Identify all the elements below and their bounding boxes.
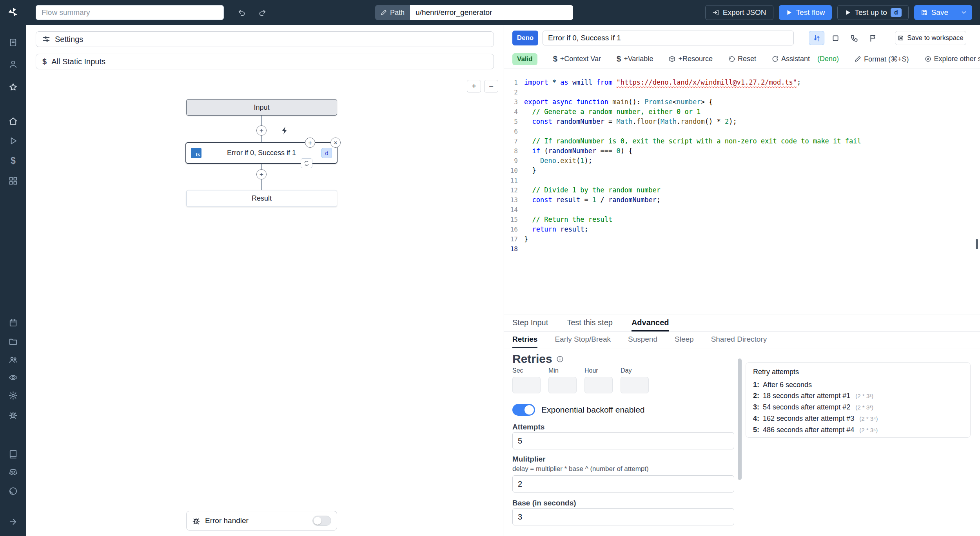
schedules-icon[interactable] xyxy=(8,317,18,328)
code-line[interactable]: 18 xyxy=(504,244,980,254)
attempts-input[interactable] xyxy=(512,432,734,449)
input-node[interactable]: Input xyxy=(186,99,337,116)
subtab-retries[interactable]: Retries xyxy=(512,332,537,348)
variables-icon[interactable]: $ xyxy=(8,156,18,166)
multiplier-input[interactable] xyxy=(512,475,734,493)
add-context-var-button[interactable]: $+Context Var xyxy=(553,54,601,63)
subtab-suspend[interactable]: Suspend xyxy=(628,332,657,348)
info-icon[interactable] xyxy=(556,355,564,363)
retry-sec-input[interactable] xyxy=(512,377,541,393)
webhook-button[interactable] xyxy=(846,31,862,45)
workers-icon[interactable] xyxy=(8,410,18,420)
explore-scripts-button[interactable]: Explore other s xyxy=(925,55,980,63)
redo-button[interactable] xyxy=(255,6,270,19)
zoom-in-button[interactable]: + xyxy=(467,80,481,92)
retry-day-input[interactable] xyxy=(621,377,649,393)
code-line[interactable]: 5 const randomNumber = Math.floor(Math.r… xyxy=(504,117,980,127)
code-line[interactable]: 11 xyxy=(504,176,980,185)
home-icon[interactable] xyxy=(8,116,18,126)
groups-icon[interactable] xyxy=(8,354,18,364)
multiplier-help: delay = multiplier * base ^ (number of a… xyxy=(512,465,649,473)
folders-icon[interactable] xyxy=(8,336,18,346)
zoom-out-button[interactable]: − xyxy=(484,80,498,92)
assistant-button[interactable]: Assistant (Deno) xyxy=(772,55,839,63)
base-input[interactable] xyxy=(512,508,734,525)
undo-button[interactable] xyxy=(234,6,249,19)
favorites-icon[interactable] xyxy=(8,82,18,92)
tab-test-this-step[interactable]: Test this step xyxy=(567,315,613,331)
line-number: 17 xyxy=(504,234,518,244)
github-icon[interactable] xyxy=(8,486,18,496)
audit-logs-icon[interactable] xyxy=(8,372,18,382)
code-line[interactable]: 2 xyxy=(504,87,980,97)
collapse-sidebar-icon[interactable] xyxy=(8,516,18,527)
trigger-bolt-icon[interactable] xyxy=(280,126,290,135)
windmill-logo-icon[interactable] xyxy=(5,5,20,20)
format-button[interactable]: Format (⌘+S) xyxy=(855,55,909,63)
code-line[interactable]: 9 Deno.exit(1); xyxy=(504,156,980,166)
error-handler-toggle[interactable] xyxy=(312,516,331,526)
form-scrollbar-thumb[interactable] xyxy=(738,359,742,480)
retry-attempt-row: 4:162 seconds after attempt #3(2 * 3⁴) xyxy=(753,413,963,424)
runs-icon[interactable] xyxy=(8,136,18,146)
expand-editor-button[interactable] xyxy=(828,31,843,45)
code-line[interactable]: 15 // Return the result xyxy=(504,215,980,225)
code-line[interactable]: 10 } xyxy=(504,166,980,176)
subtab-sleep[interactable]: Sleep xyxy=(675,332,694,348)
settings-button[interactable]: Settings xyxy=(36,31,494,47)
swap-editor-button[interactable] xyxy=(809,31,824,45)
code-line[interactable]: 4 // Generate a random number, either 0 … xyxy=(504,107,980,117)
code-line[interactable]: 1import * as wmill from "https://deno.la… xyxy=(504,78,980,87)
add-resource-button[interactable]: +Resource xyxy=(669,55,713,63)
all-static-inputs-button[interactable]: $ All Static Inputs xyxy=(36,54,494,69)
docs-icon[interactable] xyxy=(8,449,18,459)
reset-button[interactable]: Reset xyxy=(728,55,756,63)
retry-hour-input[interactable] xyxy=(584,377,613,393)
add-step-button[interactable]: + xyxy=(256,125,267,136)
line-number: 2 xyxy=(504,87,518,97)
save-to-workspace-button[interactable]: Save to workspace xyxy=(895,31,966,45)
tab-step-input[interactable]: Step Input xyxy=(512,315,548,331)
editor-scrollbar-thumb[interactable] xyxy=(976,239,978,249)
static-inputs-label: All Static Inputs xyxy=(51,57,105,66)
code-editor[interactable]: 1import * as wmill from "https://deno.la… xyxy=(504,69,980,315)
code-line[interactable]: 8 if (randomNumber === 0) { xyxy=(504,146,980,156)
subtab-shared-directory[interactable]: Shared Directory xyxy=(711,332,767,348)
code-line[interactable]: 6 xyxy=(504,127,980,136)
add-step-button[interactable]: + xyxy=(256,169,267,179)
code-line[interactable]: 17} xyxy=(504,234,980,244)
path-input[interactable] xyxy=(410,5,573,20)
flow-summary-input[interactable] xyxy=(36,5,224,20)
add-variable-button[interactable]: $+Variable xyxy=(617,54,653,63)
add-parallel-branch-button[interactable]: + xyxy=(305,138,315,148)
test-up-to-button[interactable]: Test up to d xyxy=(837,5,909,20)
export-json-button[interactable]: Export JSON xyxy=(705,5,773,20)
trigger-button[interactable] xyxy=(865,31,881,45)
tab-advanced[interactable]: Advanced xyxy=(632,315,669,331)
remove-step-button[interactable]: × xyxy=(330,138,341,148)
code-line[interactable]: 13 const result = 1 / randomNumber; xyxy=(504,195,980,205)
exponential-backoff-toggle[interactable] xyxy=(512,404,535,416)
settings-icon[interactable] xyxy=(8,390,18,400)
save-dropdown-button[interactable] xyxy=(955,5,972,20)
scripts-icon[interactable] xyxy=(8,37,18,47)
result-node[interactable]: Result xyxy=(186,190,337,207)
play-icon xyxy=(786,9,793,16)
save-button[interactable]: Save xyxy=(914,5,955,20)
discord-icon[interactable] xyxy=(8,467,18,477)
step-node-title: Error if 0, Success if 1 xyxy=(201,149,321,157)
retry-min-input[interactable] xyxy=(548,377,577,393)
resources-icon[interactable] xyxy=(8,176,18,186)
path-group: Path xyxy=(375,5,573,20)
code-line[interactable]: 3export async function main(): Promise<n… xyxy=(504,97,980,107)
code-line[interactable]: 14 xyxy=(504,205,980,215)
restart-step-button[interactable] xyxy=(301,158,312,168)
test-flow-button[interactable]: Test flow xyxy=(779,5,832,20)
code-line[interactable]: 16 return result; xyxy=(504,225,980,234)
account-icon[interactable] xyxy=(8,59,18,69)
subtab-early-stop-break[interactable]: Early Stop/Break xyxy=(555,332,611,348)
code-line[interactable]: 7 // If randomNumber is 0, exit the scri… xyxy=(504,136,980,146)
script-name-input[interactable] xyxy=(543,31,794,45)
step-node[interactable]: ts Error if 0, Success if 1 d + × xyxy=(185,142,338,164)
code-line[interactable]: 12 // Divide 1 by the random number xyxy=(504,185,980,195)
